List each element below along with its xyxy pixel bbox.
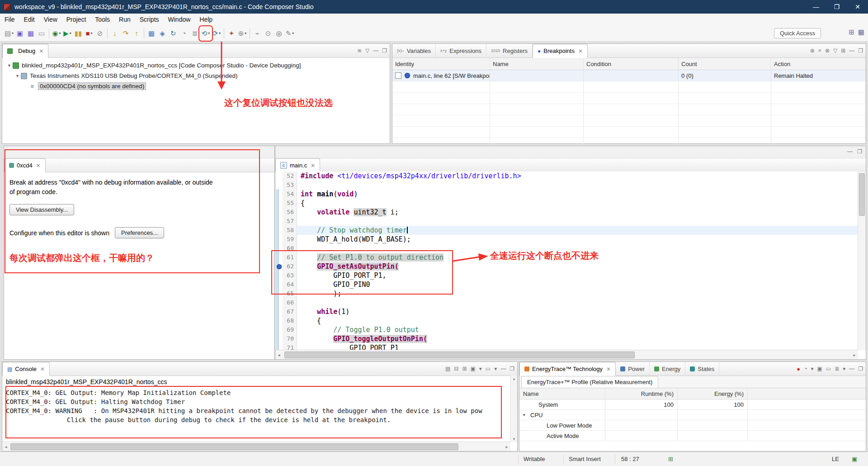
scrollbar-thumb[interactable]	[10, 443, 458, 450]
code-line[interactable]: 64 GPIO_PIN0	[275, 280, 858, 289]
tab-0xcd4[interactable]: 0xcd4 ✕	[4, 158, 46, 172]
code-line[interactable]: 62 GPIO_setAsOutputPin(	[275, 262, 858, 271]
scroll-left-icon[interactable]: ◂	[2, 442, 9, 451]
code-line[interactable]: 65 );	[275, 289, 858, 298]
debug-tree-row[interactable]: ▼blinkled_msp432p401r_MSP_EXP432P401R_no…	[2, 60, 390, 71]
view-menu-icon[interactable]: ▾	[843, 366, 845, 372]
code-line[interactable]: 57	[275, 217, 858, 226]
profile-icon[interactable]: ◔	[179, 27, 189, 40]
code-line[interactable]: 52#include <ti/devices/msp432p4xx/driver…	[275, 171, 858, 181]
save-profile-icon[interactable]: ▣	[817, 366, 822, 372]
registers-view-icon[interactable]: ◈	[157, 27, 168, 40]
display-selected-icon[interactable]: ▾	[479, 366, 482, 372]
tab-states[interactable]: States	[685, 362, 719, 376]
code-line[interactable]: 63 GPIO_PORT_P1,	[275, 271, 858, 280]
reset-cpu-icon[interactable]: ⟲▾	[200, 27, 211, 40]
restart-icon[interactable]: ⟳▾	[211, 27, 222, 40]
view-disassembly-button[interactable]: View Disassembly...	[9, 204, 74, 215]
pin-icon[interactable]: ⊙	[263, 27, 274, 40]
code-line[interactable]: 71 GPIO_PORT_P1	[275, 343, 858, 350]
chevron-down-icon[interactable]: ▾	[523, 413, 530, 417]
tree-expander-icon[interactable]: ▼	[6, 63, 13, 68]
step-clock-icon[interactable]: ⌁	[252, 27, 263, 40]
console-horizontal-scrollbar[interactable]: ◂ ▸	[2, 442, 510, 451]
duration-menu-icon[interactable]: ▾	[811, 366, 813, 372]
breakpoint-marker-icon[interactable]	[277, 264, 282, 269]
disconnect-icon[interactable]: ⊘	[94, 27, 105, 40]
editor-horizontal-scrollbar[interactable]: ◂ ▸	[275, 350, 858, 359]
suspend-icon[interactable]: ▮▮	[73, 27, 84, 40]
breakpoint-row[interactable]: main.c, line 62 [S/W Breakpoint0 (0)Rema…	[392, 70, 866, 81]
debug-tree-row[interactable]: ≡0x00000CD4 (no symbols are defined)	[2, 81, 390, 91]
scroll-right-icon[interactable]: ▸	[851, 350, 858, 359]
breakpoint-checkbox[interactable]	[395, 72, 401, 79]
close-tab-icon[interactable]: ✕	[39, 48, 43, 54]
save-icon[interactable]: ▣	[14, 27, 25, 40]
column-header-action[interactable]: Action	[771, 58, 866, 70]
record-icon[interactable]: ●	[797, 366, 800, 372]
et-row[interactable]: Low Power Mode	[519, 420, 866, 431]
quick-access-button[interactable]: Quick Access	[774, 28, 821, 38]
maximize-icon[interactable]: ❐	[857, 148, 862, 155]
code-line[interactable]: 53	[275, 181, 858, 190]
clear-icon[interactable]: ▤	[445, 366, 450, 372]
column-header-count[interactable]: Count	[679, 58, 771, 70]
scrollbar-thumb[interactable]	[859, 173, 865, 216]
add-icon[interactable]: ⊕	[810, 48, 815, 54]
code-line[interactable]: 66	[275, 298, 858, 307]
tab-main-c[interactable]: c main.c ✕	[275, 158, 320, 172]
menu-run[interactable]: Run	[114, 14, 135, 25]
tab-energytrace-technology[interactable]: EnergyTrace™ Technology✕	[519, 362, 616, 376]
view-menu-icon[interactable]: ▽	[833, 48, 837, 54]
code-line[interactable]: 70 GPIO_toggleOutputOnPin(	[275, 334, 858, 343]
menu-scripts[interactable]: Scripts	[135, 14, 164, 25]
new-target-config-icon[interactable]: ⊕▾	[237, 27, 248, 40]
duration-icon[interactable]: ◔	[804, 366, 807, 372]
maximize-icon[interactable]: ❐	[382, 48, 387, 54]
minimize-icon[interactable]: —	[373, 48, 378, 54]
save-all-icon[interactable]: ▦	[25, 27, 36, 40]
close-tab-icon[interactable]: ✕	[36, 162, 41, 169]
ccs-perspective-icon[interactable]: ▦	[858, 28, 864, 36]
pin-console-icon[interactable]: ▣	[470, 366, 475, 372]
menu-window[interactable]: Window	[164, 14, 195, 25]
annotation-icon[interactable]: ✎▾	[284, 27, 295, 40]
code-line[interactable]: 59 WDT_A_hold(WDT_A_BASE);	[275, 235, 858, 244]
et-profile-tab[interactable]: EnergyTrace+™ Profile (Relative Measurem…	[521, 376, 658, 388]
counters-icon[interactable]: ≣	[189, 27, 200, 40]
link-icon[interactable]: ⊞	[841, 48, 845, 54]
print-icon[interactable]: ▭	[36, 27, 47, 40]
et-row[interactable]: ▾CPU	[519, 410, 866, 420]
menu-tools[interactable]: Tools	[90, 14, 114, 25]
column-header-condition[interactable]: Condition	[584, 58, 679, 70]
edit-position-icon[interactable]: ⊞	[668, 456, 673, 462]
menu-view[interactable]: View	[39, 14, 62, 25]
tab-registers[interactable]: 1010Registers	[486, 44, 533, 57]
menu-file[interactable]: File	[0, 14, 19, 25]
close-window-button[interactable]: ✕	[847, 0, 868, 14]
open-console-icon[interactable]: ▭	[486, 366, 491, 372]
tree-expander-icon[interactable]: ▼	[14, 74, 21, 78]
flash-icon[interactable]: ✦	[226, 27, 237, 40]
filter-icon[interactable]: ≋	[357, 48, 362, 54]
code-line[interactable]: 68 {	[275, 316, 858, 325]
maximize-icon[interactable]: ❐	[858, 48, 863, 54]
resume-icon[interactable]: ▶▾	[62, 27, 73, 40]
code-line[interactable]: 54int main(void)	[275, 190, 858, 199]
console-vertical-scrollbar[interactable]: ▴▾	[510, 376, 517, 442]
tab-expressions[interactable]: x+yExpressions	[436, 44, 486, 57]
remove-icon[interactable]: ×	[818, 48, 821, 54]
tab-variables[interactable]: (x)=Variables	[392, 44, 436, 57]
code-line[interactable]: 67 while(1)	[275, 307, 858, 316]
minimize-icon[interactable]: —	[849, 48, 854, 54]
preferences-icon[interactable]: ≣	[835, 366, 839, 372]
minimize-icon[interactable]: —	[847, 148, 853, 155]
scroll-left-icon[interactable]: ◂	[275, 350, 283, 359]
terminate-icon[interactable]: ■▾	[84, 27, 94, 40]
scrollbar-thumb[interactable]	[284, 352, 635, 358]
close-tab-icon[interactable]: ✕	[311, 162, 315, 169]
new-file-icon[interactable]: ▤▾	[4, 27, 14, 40]
close-tab-icon[interactable]: ✕	[606, 366, 611, 372]
close-tab-icon[interactable]: ✕	[578, 48, 583, 54]
maximize-icon[interactable]: ❐	[509, 366, 514, 372]
